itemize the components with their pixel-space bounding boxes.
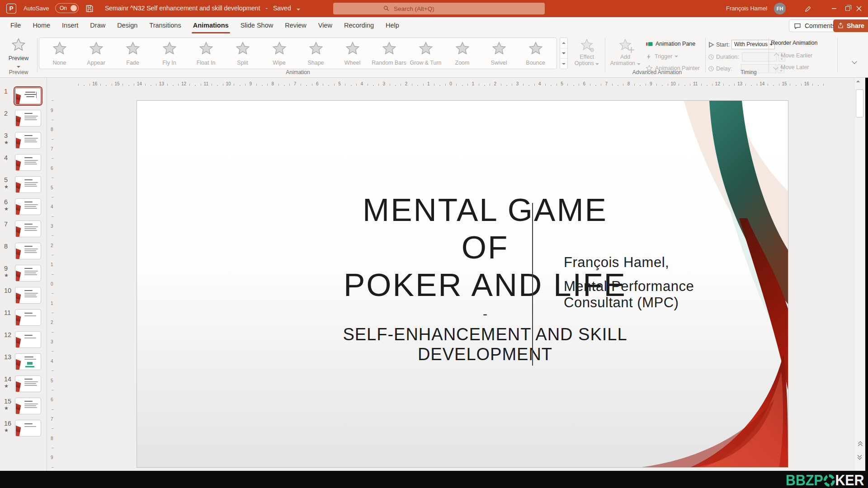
- slide-number[interactable]: 7: [4, 221, 14, 228]
- thumbnail-text-line: [24, 184, 36, 185]
- slide-thumbnail[interactable]: [15, 176, 41, 193]
- slide-thumbnail[interactable]: [15, 154, 41, 171]
- slide-number[interactable]: 13: [4, 353, 14, 361]
- slide-author-textbox[interactable]: François Hamel, Mental Performance Consu…: [564, 254, 713, 311]
- save-icon[interactable]: [85, 4, 94, 13]
- close-button[interactable]: [850, 0, 868, 17]
- slide-thumbnail[interactable]: [15, 110, 41, 127]
- inking-icon[interactable]: [797, 0, 818, 17]
- thumbnail-text-line: [24, 296, 37, 297]
- tab-insert[interactable]: Insert: [56, 17, 84, 34]
- tab-design[interactable]: Design: [111, 17, 143, 34]
- animation-pane-button[interactable]: Animation Pane: [646, 39, 695, 49]
- add-animation-button[interactable]: Add Animation: [609, 38, 642, 68]
- gallery-item-grow-&-turn[interactable]: Grow & Turn: [407, 39, 444, 68]
- gallery-item-wheel[interactable]: Wheel: [334, 39, 371, 68]
- slide-number[interactable]: 1: [4, 88, 14, 95]
- slide-thumbnail[interactable]: [15, 309, 41, 326]
- slide-number[interactable]: 6: [4, 198, 14, 206]
- duration-input[interactable]: [742, 52, 777, 61]
- slide-number[interactable]: 10: [4, 287, 14, 294]
- ruler-number: 12: [181, 81, 186, 86]
- slide-number[interactable]: 2: [4, 110, 14, 117]
- slide-number[interactable]: 9: [4, 265, 14, 272]
- powerpoint-app-icon[interactable]: P: [6, 4, 16, 14]
- effect-options-button[interactable]: Effect Options: [572, 38, 601, 68]
- gallery-item-random-bars[interactable]: Random Bars: [371, 39, 407, 68]
- slide-thumbnail[interactable]: [15, 331, 41, 348]
- previous-slide-button[interactable]: [857, 442, 863, 448]
- scroll-up-arrow[interactable]: [856, 80, 860, 82]
- gallery-scroll-up[interactable]: [560, 38, 567, 48]
- slide-number[interactable]: 14: [4, 375, 14, 383]
- search-box[interactable]: [333, 3, 545, 14]
- gallery-item-none[interactable]: None: [41, 39, 78, 68]
- slide-number[interactable]: 15: [4, 398, 14, 405]
- slide-thumbnail[interactable]: [15, 132, 41, 149]
- autosave-toggle[interactable]: On: [55, 3, 79, 13]
- slide-thumbnail[interactable]: [15, 375, 41, 392]
- scrollbar-thumb[interactable]: [856, 89, 863, 117]
- share-icon: [837, 22, 844, 29]
- user-avatar[interactable]: FH: [774, 3, 786, 14]
- move-later-button[interactable]: Move Later: [774, 64, 809, 70]
- ruler-tick: [262, 85, 263, 86]
- tab-animations[interactable]: Animations: [187, 17, 235, 34]
- gallery-item-wipe[interactable]: Wipe: [261, 39, 297, 68]
- ruler-number: 13: [159, 81, 164, 86]
- slide-number[interactable]: 3: [4, 132, 14, 139]
- gallery-item-fade[interactable]: Fade: [114, 39, 151, 68]
- slide-thumbnail[interactable]: [15, 88, 41, 104]
- gallery-item-appear[interactable]: Appear: [78, 39, 114, 68]
- tab-slide-show[interactable]: Slide Show: [235, 17, 279, 34]
- horizontal-ruler[interactable]: 1615141312111098765432101234567891011121…: [59, 80, 842, 89]
- slide-thumbnail[interactable]: [15, 287, 41, 304]
- collapse-ribbon-button[interactable]: [853, 57, 862, 66]
- tab-transitions[interactable]: Transitions: [143, 17, 187, 34]
- gallery-item-split[interactable]: Split: [224, 39, 261, 68]
- share-button[interactable]: Share: [833, 19, 868, 32]
- gallery-item-bounce[interactable]: Bounce: [517, 39, 554, 68]
- duration-clock-icon: [708, 54, 714, 60]
- slide-thumbnail[interactable]: [15, 265, 41, 282]
- vertical-ruler[interactable]: 9876543210123456789: [47, 89, 59, 471]
- tab-draw[interactable]: Draw: [84, 17, 111, 34]
- tab-review[interactable]: Review: [279, 17, 312, 34]
- gallery-item-zoom[interactable]: Zoom: [444, 39, 481, 68]
- slide-thumbnail[interactable]: [15, 243, 41, 259]
- slide-thumbnail[interactable]: [15, 198, 41, 215]
- move-later-label: Move Later: [781, 64, 809, 70]
- slide-number[interactable]: 11: [4, 309, 14, 316]
- slide-number[interactable]: 12: [4, 331, 14, 338]
- ruler-tick: [52, 409, 54, 410]
- slide-thumbnail[interactable]: [15, 221, 41, 237]
- gallery-item-fly-in[interactable]: Fly In: [151, 39, 188, 68]
- preview-button[interactable]: Preview: [5, 37, 33, 70]
- slide-canvas[interactable]: MENTAL GAME OF POKER AND LIFE - SELF-ENH…: [137, 100, 788, 468]
- slide-thumbnail[interactable]: [15, 398, 41, 414]
- tab-recording[interactable]: Recording: [338, 17, 380, 34]
- vertical-scrollbar[interactable]: [854, 78, 865, 471]
- gallery-item-float-in[interactable]: Float In: [188, 39, 224, 68]
- slide-number[interactable]: 4: [4, 154, 14, 161]
- move-earlier-button[interactable]: Move Earlier: [774, 52, 812, 59]
- gallery-scroll-down[interactable]: [560, 48, 567, 59]
- gallery-item-shape[interactable]: Shape: [297, 39, 334, 68]
- tab-home[interactable]: Home: [27, 17, 56, 34]
- gallery-item-swivel[interactable]: Swivel: [481, 39, 517, 68]
- slide-number[interactable]: 16: [4, 420, 14, 427]
- gallery-more-button[interactable]: [560, 59, 567, 69]
- document-title[interactable]: Semainr ^N32 Self enhancement and skill …: [105, 5, 300, 12]
- slide-number[interactable]: 5: [4, 176, 14, 183]
- trigger-button[interactable]: Trigger: [646, 52, 678, 61]
- slide-number[interactable]: 8: [4, 243, 14, 250]
- tab-view[interactable]: View: [312, 17, 338, 34]
- tab-file[interactable]: File: [5, 17, 27, 34]
- slide-thumbnail[interactable]: [15, 353, 41, 370]
- user-name[interactable]: François Hamel: [726, 5, 767, 12]
- search-input[interactable]: [394, 3, 529, 14]
- slide-thumbnail[interactable]: [15, 420, 41, 436]
- next-slide-button[interactable]: [857, 454, 863, 460]
- thumbnail-text-line: [24, 359, 36, 360]
- tab-help[interactable]: Help: [380, 17, 405, 34]
